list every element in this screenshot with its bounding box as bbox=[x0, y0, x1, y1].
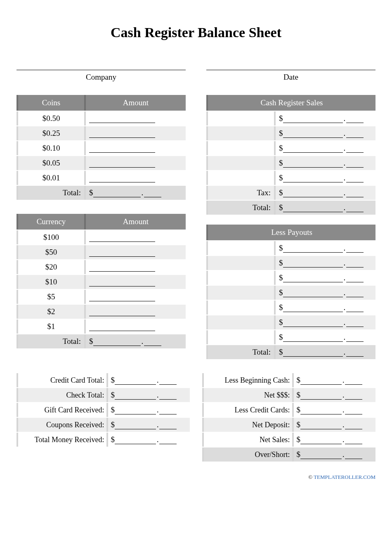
payouts-table: Less Payouts $. $. $. $. $. $. $. Total:… bbox=[206, 224, 375, 360]
footer: © TEMPLATEROLLER.COM bbox=[17, 474, 375, 481]
payout-line[interactable]: $. bbox=[279, 303, 364, 312]
sales-total-value[interactable]: $. bbox=[279, 203, 364, 212]
coins-total-label: Total: bbox=[17, 186, 84, 200]
payout-line[interactable]: $. bbox=[279, 244, 364, 253]
currency-denom: $1 bbox=[17, 320, 84, 334]
less-credit-cards-label: Less Credit Cards: bbox=[202, 403, 292, 417]
payout-line[interactable]: $. bbox=[279, 318, 364, 327]
coin-denom: $0.25 bbox=[17, 126, 84, 140]
check-total-label: Check Total: bbox=[17, 388, 106, 402]
coin-denom: $0.01 bbox=[17, 171, 84, 185]
currency-header-right: Amount bbox=[84, 214, 186, 230]
currency-denom: $5 bbox=[17, 290, 84, 304]
company-input-line[interactable] bbox=[17, 61, 186, 70]
currency-amount-line[interactable] bbox=[89, 294, 155, 301]
sales-line[interactable]: $. bbox=[279, 159, 364, 168]
coins-total-value[interactable]: $. bbox=[89, 188, 161, 197]
coin-denom: $0.05 bbox=[17, 156, 84, 170]
currency-table: Currency Amount $100 $50 $20 $10 $5 $2 $… bbox=[17, 213, 186, 349]
footer-link[interactable]: TEMPLATEROLLER.COM bbox=[314, 474, 375, 480]
net-sales-value[interactable]: $. bbox=[296, 435, 362, 444]
sales-table: Cash Register Sales $. $. $. $. $. Tax:$… bbox=[206, 94, 375, 215]
total-money-value[interactable]: $. bbox=[111, 435, 177, 444]
coupons-label: Coupons Received: bbox=[17, 418, 106, 432]
sales-total-label: Total: bbox=[206, 201, 274, 215]
coin-denom: $0.10 bbox=[17, 141, 84, 155]
check-total-value[interactable]: $. bbox=[111, 391, 177, 400]
currency-header-left: Currency bbox=[17, 214, 84, 230]
coin-denom: $0.50 bbox=[17, 111, 84, 125]
sales-line[interactable]: $. bbox=[279, 129, 364, 138]
tax-value[interactable]: $. bbox=[279, 188, 364, 197]
sales-line[interactable]: $. bbox=[279, 173, 364, 182]
net-cash-label: Net $$$: bbox=[202, 388, 292, 402]
net-deposit-value[interactable]: $. bbox=[296, 420, 362, 429]
payout-line[interactable]: $. bbox=[279, 333, 364, 342]
left-summary-table: Credit Card Total:$. Check Total:$. Gift… bbox=[17, 372, 190, 447]
right-summary-table: Less Beginning Cash:$. Net $$$:$. Less C… bbox=[202, 372, 375, 462]
coin-amount-line[interactable] bbox=[89, 130, 155, 138]
net-sales-label: Net Sales: bbox=[202, 433, 292, 447]
date-label: Date bbox=[206, 73, 375, 82]
currency-amount-line[interactable] bbox=[89, 234, 155, 242]
currency-denom: $50 bbox=[17, 245, 84, 259]
sales-line[interactable]: $. bbox=[279, 114, 364, 123]
copyright-symbol: © bbox=[308, 474, 312, 480]
currency-denom: $20 bbox=[17, 260, 84, 274]
page-title: Cash Register Balance Sheet bbox=[17, 25, 375, 40]
payout-line[interactable]: $. bbox=[279, 258, 364, 268]
currency-denom: $100 bbox=[17, 230, 84, 244]
payout-line[interactable]: $. bbox=[279, 288, 364, 297]
payouts-header: Less Payouts bbox=[206, 225, 375, 240]
tax-label: Tax: bbox=[206, 186, 274, 200]
currency-amount-line[interactable] bbox=[89, 309, 155, 316]
currency-amount-line[interactable] bbox=[89, 324, 155, 331]
coin-amount-line[interactable] bbox=[89, 160, 155, 168]
coupons-value[interactable]: $. bbox=[111, 420, 177, 429]
currency-amount-line[interactable] bbox=[89, 249, 155, 257]
coin-amount-line[interactable] bbox=[89, 145, 155, 153]
date-input-line[interactable] bbox=[206, 61, 375, 70]
over-short-value[interactable]: $. bbox=[296, 450, 362, 459]
payout-line[interactable]: $. bbox=[279, 273, 364, 282]
company-label: Company bbox=[17, 73, 186, 82]
header-fields: Company Date bbox=[17, 61, 375, 82]
coins-header-left: Coins bbox=[17, 95, 84, 111]
payouts-total-value[interactable]: $. bbox=[279, 348, 364, 357]
sales-header: Cash Register Sales bbox=[206, 95, 375, 111]
over-short-label: Over/Short: bbox=[202, 447, 292, 462]
payouts-total-label: Total: bbox=[206, 345, 274, 359]
currency-total-value[interactable]: $. bbox=[89, 337, 161, 346]
coins-header-right: Amount bbox=[84, 95, 186, 111]
gift-card-value[interactable]: $. bbox=[111, 405, 177, 414]
gift-card-label: Gift Card Received: bbox=[17, 403, 106, 417]
currency-denom: $10 bbox=[17, 275, 84, 289]
currency-total-label: Total: bbox=[17, 334, 84, 348]
coin-amount-line[interactable] bbox=[89, 175, 155, 182]
credit-card-total-label: Credit Card Total: bbox=[17, 373, 106, 387]
currency-denom: $2 bbox=[17, 305, 84, 319]
currency-amount-line[interactable] bbox=[89, 279, 155, 286]
currency-amount-line[interactable] bbox=[89, 264, 155, 272]
less-beginning-cash-label: Less Beginning Cash: bbox=[202, 373, 292, 387]
coins-table: Coins Amount $0.50 $0.25 $0.10 $0.05 $0.… bbox=[17, 94, 186, 201]
less-credit-cards-value[interactable]: $. bbox=[296, 405, 362, 414]
credit-card-total-value[interactable]: $. bbox=[111, 376, 177, 385]
less-beginning-cash-value[interactable]: $. bbox=[296, 376, 362, 385]
total-money-label: Total Money Received: bbox=[17, 433, 106, 447]
net-cash-value[interactable]: $. bbox=[296, 391, 362, 400]
coin-amount-line[interactable] bbox=[89, 116, 155, 123]
net-deposit-label: Net Deposit: bbox=[202, 418, 292, 432]
sales-line[interactable]: $. bbox=[279, 144, 364, 153]
